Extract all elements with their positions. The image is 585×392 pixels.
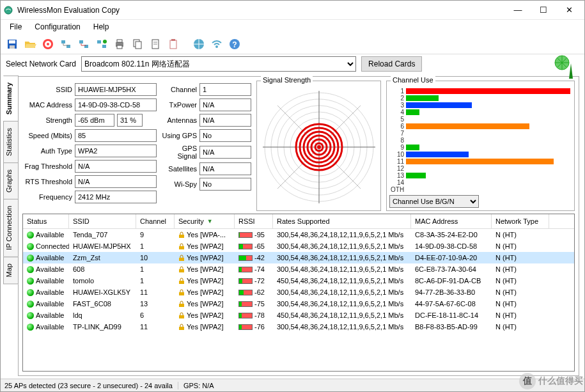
open-icon[interactable] xyxy=(22,36,38,52)
table-row[interactable]: AvailableTP-LINK_AD9911 Yes [WPA2] -7630… xyxy=(23,321,574,333)
close-button[interactable]: ✕ xyxy=(556,1,582,20)
col-nettype[interactable]: Network Type xyxy=(492,214,549,228)
col-rssi[interactable]: RSSI xyxy=(235,214,273,228)
channel-row: 8 xyxy=(391,137,570,144)
wispy-field: No xyxy=(199,178,251,191)
table-row[interactable]: Availableldq6 Yes [WPA2] -78450,54,48,36… xyxy=(23,310,574,321)
status-dot-icon xyxy=(27,278,34,285)
status-dot-icon xyxy=(27,255,34,262)
svg-text:?: ? xyxy=(232,40,237,49)
tab-graphs[interactable]: Graphs xyxy=(3,162,19,200)
status-dot-icon xyxy=(27,289,34,296)
freq-field: 2412 MHz xyxy=(75,191,157,203)
fields-right: Channel1 TxPowerN/A AntennasN/A Using GP… xyxy=(162,81,251,211)
col-channel[interactable]: Channel xyxy=(136,214,175,228)
table-row[interactable]: Available6081 Yes [WPA2] -74300,54,48,36… xyxy=(23,263,574,275)
copy-icon[interactable] xyxy=(130,36,145,52)
col-status[interactable]: Status xyxy=(23,214,69,228)
reload-cards-button[interactable]: Reload Cards xyxy=(361,56,422,72)
menu-help[interactable]: Help xyxy=(87,21,116,33)
svg-rect-54 xyxy=(179,327,184,330)
network-card-row: Select Network Card Broadcom 802.11n 网络适… xyxy=(1,54,584,74)
channel-row: 1 xyxy=(391,88,570,95)
minimize-button[interactable]: — xyxy=(505,1,531,20)
top-row: SSIDHUAWEI-MJP5HX MAC Address14-9D-09-38… xyxy=(22,81,575,211)
tab-map[interactable]: Map xyxy=(3,256,19,284)
mac-field: 14-9D-09-38-CD-58 xyxy=(75,98,157,111)
table-row[interactable]: Availabletomolo1 Yes [WPA2] -72450,54,48… xyxy=(23,275,574,286)
watermark-icon: 值 xyxy=(519,373,536,389)
signal-strength-group: Signal Strength xyxy=(256,81,381,211)
wifi-icon[interactable] xyxy=(209,36,224,52)
svg-rect-15 xyxy=(117,40,122,42)
svg-rect-23 xyxy=(171,39,175,41)
table-row[interactable]: AvailableZzm_Zst10 Yes [WPA2] -42300,54,… xyxy=(23,252,574,263)
svg-rect-16 xyxy=(117,45,122,49)
svg-rect-52 xyxy=(179,304,184,307)
ssid-label: SSID xyxy=(22,86,72,93)
svg-point-6 xyxy=(47,43,49,45)
network2-icon[interactable] xyxy=(76,36,91,52)
print-icon[interactable] xyxy=(112,36,127,52)
document-icon[interactable] xyxy=(148,36,163,52)
col-rates[interactable]: Rates Supported xyxy=(273,214,411,228)
svg-marker-28 xyxy=(569,63,573,79)
col-security[interactable]: Security▼ xyxy=(175,214,235,228)
menubar: File Configuration Help xyxy=(1,20,584,34)
col-mac[interactable]: MAC Address xyxy=(411,214,492,228)
speed-field: 85 xyxy=(75,129,157,142)
status-dot-icon xyxy=(27,266,34,273)
channel-row: 3 xyxy=(391,102,570,109)
target-icon[interactable] xyxy=(40,36,56,52)
status-dot-icon xyxy=(27,243,34,250)
channel-field: 1 xyxy=(199,83,251,96)
svg-rect-51 xyxy=(179,292,184,295)
satellites-field: N/A xyxy=(199,162,251,175)
globe-icon[interactable] xyxy=(191,36,207,52)
svg-rect-50 xyxy=(179,281,184,284)
channel-row: 12 xyxy=(391,165,570,172)
table-row[interactable]: ConnectedHUAWEI-MJP5HX1 Yes [WPA2] -6530… xyxy=(23,240,574,252)
col-ssid[interactable]: SSID xyxy=(69,214,136,228)
channel-row: 4 xyxy=(391,109,570,116)
tab-ip-connection[interactable]: IP Connection xyxy=(3,199,19,257)
channel-use-select[interactable]: Channel Use B/G/N xyxy=(389,195,479,208)
tab-summary[interactable]: Summary xyxy=(3,75,19,122)
channel-label: Channel xyxy=(162,86,197,93)
menu-file[interactable]: File xyxy=(3,21,28,33)
auth-field: WPA2 xyxy=(75,145,157,157)
channel-row: 10 xyxy=(391,151,570,158)
help-icon[interactable]: ? xyxy=(227,36,242,52)
status-bar: 25 APs detected (23 secure - 2 unsecured… xyxy=(1,379,584,391)
network-card-select[interactable]: Broadcom 802.11n 网络适配器 xyxy=(81,56,356,72)
app-window: WirelessMon Evaluation Copy — ☐ ✕ File C… xyxy=(0,0,585,392)
channel-row: 2 xyxy=(391,95,570,102)
svg-point-13 xyxy=(103,40,107,43)
clipboard-icon[interactable] xyxy=(166,36,181,52)
table-row[interactable]: AvailableHUAWEI-XGLK5Y11 Yes [WPA2] -623… xyxy=(23,286,574,298)
network3-icon[interactable] xyxy=(94,36,109,52)
antennas-field: N/A xyxy=(199,114,251,127)
svg-point-25 xyxy=(215,45,218,48)
toolbar: ? xyxy=(1,34,584,54)
list-header: Status SSID Channel Security▼ RSSI Rates… xyxy=(23,214,574,229)
menu-configuration[interactable]: Configuration xyxy=(28,21,86,33)
save-icon[interactable] xyxy=(4,36,20,52)
strength-pct: 31 % xyxy=(117,114,143,127)
satellites-label: Satellites xyxy=(162,165,197,173)
svg-rect-2 xyxy=(9,40,15,43)
channel-row: 6 xyxy=(391,123,570,130)
network1-icon[interactable] xyxy=(58,36,74,52)
watermark: 值 什么值得买 xyxy=(519,373,583,389)
channel-use-group: Channel Use 1234567891011121314OTH Chann… xyxy=(386,81,575,211)
table-row[interactable]: AvailableTenda_7079 Yes [WPA-... -95300,… xyxy=(23,229,574,240)
gpssignal-field: N/A xyxy=(199,146,251,159)
svg-rect-22 xyxy=(170,40,176,49)
maximize-button[interactable]: ☐ xyxy=(531,1,556,20)
channel-row: 14 xyxy=(391,179,570,186)
status-aps: 25 APs detected (23 secure - 2 unsecured… xyxy=(4,382,178,389)
status-dot-icon xyxy=(27,231,34,239)
tab-statistics[interactable]: Statistics xyxy=(3,121,19,163)
list-body[interactable]: AvailableTenda_7079 Yes [WPA-... -95300,… xyxy=(23,229,574,371)
table-row[interactable]: AvailableFAST_6C0813 Yes [WPA2] -75300,5… xyxy=(23,298,574,310)
